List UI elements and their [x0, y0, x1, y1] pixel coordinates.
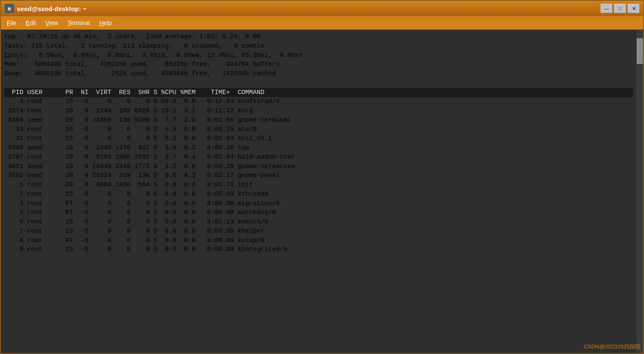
process-row-4: 31 root 15 -5 0 0 0 S 5.1 0.0 0:01.93 sc…	[4, 134, 633, 143]
process-row-3: 14 root 15 -5 0 0 0 S 5.9 0.0 0:05.25 at…	[4, 125, 633, 134]
process-row-16: 9 root 15 -5 0 0 0 S 0.0 0.0 0:00.00 kin…	[4, 245, 633, 254]
process-row-5: 5508 seed 20 0 2448 1176 912 R 3.0 0.2 0…	[4, 143, 633, 153]
top-line-0: top - 07:29:16 up 46 min, 2 users, load …	[4, 32, 633, 42]
menu-help[interactable]: Help	[95, 18, 116, 28]
process-row-14: 7 root 15 -5 0 0 0 S 0.0 0.0 0:00.00 khe…	[4, 227, 633, 236]
menu-file[interactable]: File	[3, 18, 21, 28]
menu-terminal[interactable]: Terminal	[63, 18, 94, 28]
process-row-9: 1 root 20 0 3084 1856 564 S 0.0 0.4 0:01…	[4, 180, 633, 190]
process-row-6: 2767 root 20 0 5180 1800 1592 S 2.7 0.4 …	[4, 153, 633, 162]
maximize-button[interactable]: □	[614, 4, 626, 13]
close-button[interactable]: ✕	[628, 4, 640, 13]
terminal-icon: ▣	[4, 3, 14, 14]
scrollbar-thumb[interactable]	[637, 38, 643, 64]
process-row-1: 2874 root 20 0 154m 15m 6828 S 18.1 3.1 …	[4, 106, 633, 116]
table-header: PID USER PR NI VIRT RES SHR S %CPU %MEM …	[4, 88, 633, 97]
process-row-15: 8 root RT -5 0 0 0 S 0.0 0.0 0:00.00 kst…	[4, 236, 633, 246]
top-line-2: Cpu(s): 0.5%us, 0.8%sy, 0.0%ni, 0.0%id, …	[4, 51, 633, 60]
title-bar: ▣ seed@seed-desktop: ~ — □ ✕	[1, 1, 643, 16]
top-line-1: Tasks: 115 total, 2 running, 113 sleepin…	[4, 42, 633, 51]
process-row-11: 3 root RT -5 0 0 0 S 0.0 0.0 0:00.00 mig…	[4, 199, 633, 208]
process-row-7: 3651 seed 20 0 16640 2948 1772 S 1.2 0.6…	[4, 162, 633, 171]
process-row-0: 4 root 15 -5 0 0 0 R 59.8 0.0 0:12.03 ks…	[4, 97, 633, 106]
menu-view[interactable]: View	[41, 18, 62, 28]
menu-bar: File Edit View Terminal Help	[1, 16, 643, 30]
blank-line	[4, 79, 633, 88]
scrollbar[interactable]	[636, 30, 643, 353]
title-bar-left: ▣ seed@seed-desktop: ~	[4, 3, 86, 14]
window-controls: — □ ✕	[601, 4, 640, 13]
process-row-2: 5488 seed 20 0 33368 13m 9280 S 7.7 2.8 …	[4, 116, 633, 125]
minimize-button[interactable]: —	[601, 4, 613, 13]
terminal-content[interactable]: top - 07:29:16 up 46 min, 2 users, load …	[1, 30, 636, 353]
process-row-10: 2 root 15 -5 0 0 0 S 0.0 0.0 0:00.00 kth…	[4, 190, 633, 199]
window-title: seed@seed-desktop: ~	[17, 5, 86, 12]
terminal-wrapper: top - 07:29:16 up 46 min, 2 users, load …	[1, 30, 643, 353]
process-row-8: 3565 seed 20 0 58524 21m 13m S 0.6 4.3 0…	[4, 171, 633, 180]
watermark: CSDN@20232925探阳	[584, 343, 641, 351]
top-line-3: Mem: 509440k total, 420220k used, 89220k…	[4, 60, 633, 69]
process-row-13: 6 root 15 -5 0 0 0 S 0.0 0.0 0:02.13 eve…	[4, 217, 633, 227]
process-row-12: 5 root RT -5 0 0 0 S 0.0 0.0 0:00.00 wat…	[4, 208, 633, 217]
top-line-4: Swap: 409616k total, 252k used, 409364k …	[4, 69, 633, 79]
terminal-window: ▣ seed@seed-desktop: ~ — □ ✕ File Edit V…	[0, 0, 644, 354]
menu-edit[interactable]: Edit	[22, 18, 40, 28]
